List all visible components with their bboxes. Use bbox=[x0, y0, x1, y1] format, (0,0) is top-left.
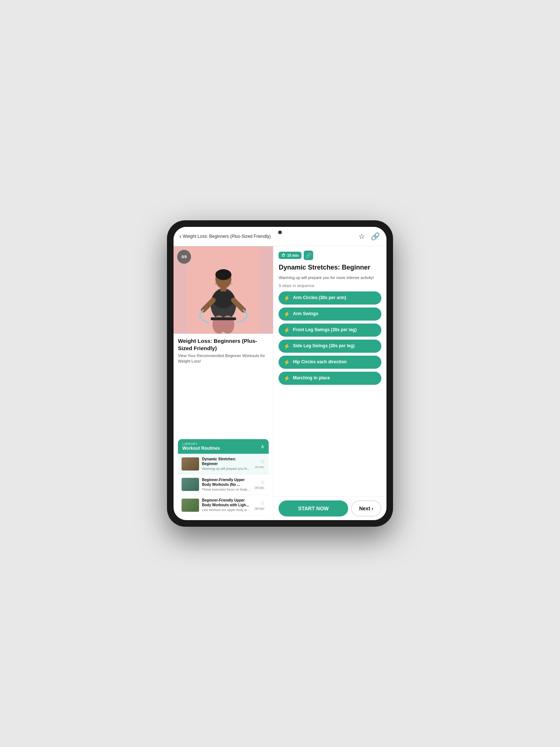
library-header[interactable]: Library Workout Routines ∧ bbox=[178, 439, 269, 454]
star-button[interactable]: ☆ bbox=[358, 231, 366, 241]
workout-main-title: Weight Loss: Beginners (Plus-Sized Frien… bbox=[178, 337, 269, 352]
svg-rect-10 bbox=[211, 317, 236, 320]
duration-badge: 30 min bbox=[253, 507, 265, 511]
library-section: Library Workout Routines ∧ Dynamic Stret… bbox=[178, 439, 269, 516]
workout-item-desc: Warming up will prepare you for more int… bbox=[202, 467, 250, 471]
step-icon: ⚡ bbox=[284, 359, 290, 365]
svg-rect-5 bbox=[221, 287, 226, 291]
star-icon[interactable]: ☆ bbox=[260, 458, 265, 464]
step-icon: ⚡ bbox=[284, 311, 290, 317]
workout-item-title: Beginner-Friendly Upper Body Workouts (N… bbox=[202, 477, 250, 487]
workout-item-desc: Lets workout our upper body with light..… bbox=[202, 508, 250, 512]
workout-item-right: ☆ 30 min bbox=[253, 500, 265, 511]
header: ‹ Weight Loss: Beginners (Plus-Sized Fri… bbox=[174, 227, 386, 246]
step-button-marching[interactable]: ⚡ Marching in place bbox=[279, 372, 381, 385]
steps-label: 9 steps in sequence bbox=[279, 283, 381, 288]
workout-item-right: ☆ 10 min bbox=[253, 458, 265, 469]
star-icon[interactable]: ☆ bbox=[260, 500, 265, 506]
clock-icon: ⏱ bbox=[281, 253, 285, 258]
svg-point-11 bbox=[214, 283, 217, 285]
workout-list: Dynamic Stretches: Beginner Warming up w… bbox=[178, 454, 269, 516]
step-button-arm-circles[interactable]: ⚡ Arm Circles (30s per arm) bbox=[279, 291, 381, 305]
workout-item-info: Beginner-Friendly Upper Body Workouts wi… bbox=[202, 498, 250, 512]
svg-point-12 bbox=[230, 283, 233, 285]
duration-value: 10 min bbox=[287, 253, 299, 258]
content-area: 0/9 Weight Loss: Beginners (Plus-Sized F… bbox=[174, 246, 386, 520]
header-actions: ☆ 🔗 bbox=[358, 231, 381, 241]
library-label: Library bbox=[182, 442, 220, 446]
library-chevron-icon: ∧ bbox=[261, 444, 264, 449]
workout-info: Weight Loss: Beginners (Plus-Sized Frien… bbox=[174, 334, 273, 439]
right-panel: ⏱ 10 min 🔗 Dynamic Stretches: Beginner W… bbox=[273, 246, 386, 520]
library-header-text: Library Workout Routines bbox=[182, 442, 220, 451]
svg-point-2 bbox=[213, 290, 234, 308]
step-label: Front Leg Swings (30s per leg) bbox=[293, 327, 357, 333]
left-panel: 0/9 Weight Loss: Beginners (Plus-Sized F… bbox=[174, 246, 273, 520]
step-icon: ⚡ bbox=[284, 375, 290, 381]
workout-image-container: 0/9 bbox=[174, 246, 273, 334]
step-label: Arm Circles (30s per arm) bbox=[293, 295, 346, 301]
star-icon[interactable]: ☆ bbox=[260, 479, 265, 485]
step-icon: ⚡ bbox=[284, 343, 290, 349]
right-panel-scroll: ⏱ 10 min 🔗 Dynamic Stretches: Beginner W… bbox=[273, 246, 386, 496]
step-button-arm-swings[interactable]: ⚡ Arm Swings bbox=[279, 307, 381, 321]
workout-thumbnail bbox=[182, 457, 199, 471]
next-button[interactable]: Next › bbox=[351, 500, 381, 516]
device-frame: ‹ Weight Loss: Beginners (Plus-Sized Fri… bbox=[167, 220, 393, 527]
step-icon: ⚡ bbox=[284, 327, 290, 333]
step-label: Hip Circles each direction bbox=[293, 359, 346, 365]
back-icon: ‹ bbox=[179, 233, 181, 240]
workout-thumbnail bbox=[182, 478, 199, 491]
workout-item-title: Beginner-Friendly Upper Body Workouts wi… bbox=[202, 498, 250, 507]
step-label: Marching in place bbox=[293, 375, 330, 381]
next-chevron-icon: › bbox=[372, 506, 373, 511]
step-button-hip-circles[interactable]: ⚡ Hip Circles each direction bbox=[279, 356, 381, 369]
start-now-button[interactable]: START NOW bbox=[279, 500, 348, 516]
workout-thumbnail bbox=[182, 499, 199, 512]
progress-badge: 0/9 bbox=[177, 250, 191, 264]
step-button-front-leg-swings[interactable]: ⚡ Front Leg Swings (30s per leg) bbox=[279, 324, 381, 337]
list-item[interactable]: Dynamic Stretches: Beginner Warming up w… bbox=[178, 454, 269, 475]
library-title: Workout Routines bbox=[182, 446, 220, 451]
link-button[interactable]: 🔗 bbox=[370, 231, 381, 241]
workout-detail-title: Dynamic Stretches: Beginner bbox=[279, 264, 381, 272]
back-button[interactable]: ‹ Weight Loss: Beginners (Plus-Sized Fri… bbox=[179, 233, 358, 240]
workout-item-desc: These exercises focus on bodyweight move… bbox=[202, 488, 250, 492]
step-label: Side Leg Swings (30s per leg) bbox=[293, 343, 354, 349]
workout-detail-desc: Warming up will prepare you for more int… bbox=[279, 275, 381, 281]
svg-point-4 bbox=[215, 269, 232, 280]
workout-item-title: Dynamic Stretches: Beginner bbox=[202, 457, 250, 466]
workout-item-info: Beginner-Friendly Upper Body Workouts (N… bbox=[202, 477, 250, 492]
header-title-text: Weight Loss: Beginners (Plus-Sized Frien… bbox=[183, 234, 271, 239]
bottom-actions: START NOW Next › bbox=[273, 496, 386, 520]
step-button-side-leg-swings[interactable]: ⚡ Side Leg Swings (30s per leg) bbox=[279, 340, 381, 353]
screen: ‹ Weight Loss: Beginners (Plus-Sized Fri… bbox=[174, 227, 386, 520]
list-item[interactable]: Beginner-Friendly Upper Body Workouts (N… bbox=[178, 475, 269, 495]
link-badge[interactable]: 🔗 bbox=[304, 251, 313, 260]
duration-meta-badge: ⏱ 10 min bbox=[279, 252, 302, 259]
duration-badge: 10 min bbox=[253, 465, 265, 469]
device-camera bbox=[278, 231, 282, 234]
step-label: Arm Swings bbox=[293, 311, 318, 317]
duration-badge: 25 min bbox=[253, 486, 265, 490]
workout-meta-row: ⏱ 10 min 🔗 bbox=[279, 251, 381, 260]
workout-item-right: ☆ 25 min bbox=[253, 479, 265, 490]
workout-item-info: Dynamic Stretches: Beginner Warming up w… bbox=[202, 457, 250, 471]
workout-main-desc: View Your Recommended Beginner Workouts … bbox=[178, 353, 269, 364]
step-icon: ⚡ bbox=[284, 295, 290, 301]
list-item[interactable]: Beginner-Friendly Upper Body Workouts wi… bbox=[178, 495, 269, 516]
next-label: Next bbox=[359, 506, 370, 511]
